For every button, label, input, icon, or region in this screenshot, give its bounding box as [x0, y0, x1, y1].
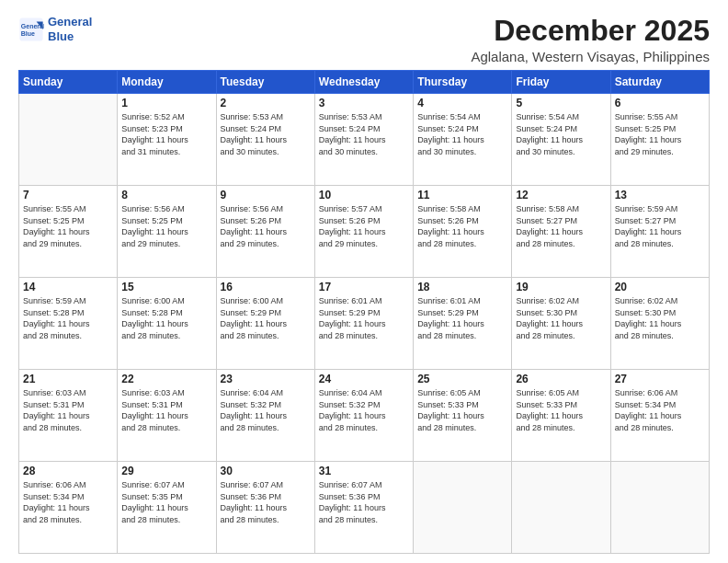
calendar-header-wednesday: Wednesday: [314, 71, 413, 94]
calendar-week-row: 1Sunrise: 5:52 AM Sunset: 5:23 PM Daylig…: [19, 94, 710, 186]
day-info: Sunrise: 6:04 AM Sunset: 5:32 PM Dayligh…: [319, 387, 409, 433]
day-info: Sunrise: 6:05 AM Sunset: 5:33 PM Dayligh…: [417, 387, 507, 433]
day-number: 6: [615, 97, 705, 109]
calendar-cell: 23Sunrise: 6:04 AM Sunset: 5:32 PM Dayli…: [216, 370, 314, 462]
day-info: Sunrise: 6:06 AM Sunset: 5:34 PM Dayligh…: [23, 479, 113, 525]
day-number: 9: [221, 189, 311, 201]
calendar-cell: 1Sunrise: 5:52 AM Sunset: 5:23 PM Daylig…: [118, 94, 216, 186]
calendar-week-row: 7Sunrise: 5:55 AM Sunset: 5:25 PM Daylig…: [19, 186, 710, 278]
day-number: 13: [615, 189, 705, 201]
day-number: 16: [221, 281, 311, 293]
logo-text-line1: General: [48, 15, 92, 29]
svg-rect-0: [19, 17, 42, 40]
day-info: Sunrise: 6:00 AM Sunset: 5:29 PM Dayligh…: [221, 295, 311, 341]
calendar-header-row: SundayMondayTuesdayWednesdayThursdayFrid…: [19, 71, 710, 94]
day-info: Sunrise: 5:59 AM Sunset: 5:28 PM Dayligh…: [23, 295, 113, 341]
logo-text-line2: Blue: [48, 29, 92, 44]
day-info: Sunrise: 5:58 AM Sunset: 5:27 PM Dayligh…: [516, 203, 606, 249]
day-number: 23: [221, 373, 311, 385]
calendar-cell: 25Sunrise: 6:05 AM Sunset: 5:33 PM Dayli…: [414, 370, 512, 462]
day-number: 30: [221, 465, 311, 477]
day-info: Sunrise: 5:54 AM Sunset: 5:24 PM Dayligh…: [516, 111, 606, 157]
calendar-cell: 12Sunrise: 5:58 AM Sunset: 5:27 PM Dayli…: [512, 186, 610, 278]
day-number: 21: [23, 373, 113, 385]
calendar-cell: 2Sunrise: 5:53 AM Sunset: 5:24 PM Daylig…: [216, 94, 314, 186]
day-number: 2: [221, 97, 311, 109]
calendar-cell: 21Sunrise: 6:03 AM Sunset: 5:31 PM Dayli…: [19, 370, 118, 462]
calendar-cell: 8Sunrise: 5:56 AM Sunset: 5:25 PM Daylig…: [118, 186, 216, 278]
calendar-cell: 18Sunrise: 6:01 AM Sunset: 5:29 PM Dayli…: [414, 278, 512, 370]
calendar-cell: 29Sunrise: 6:07 AM Sunset: 5:35 PM Dayli…: [118, 462, 216, 554]
day-number: 24: [319, 373, 409, 385]
day-info: Sunrise: 6:07 AM Sunset: 5:36 PM Dayligh…: [221, 479, 311, 525]
month-title: December 2025: [471, 15, 710, 47]
day-number: 11: [417, 189, 507, 201]
day-number: 28: [23, 465, 113, 477]
day-number: 20: [615, 281, 705, 293]
calendar-cell: 31Sunrise: 6:07 AM Sunset: 5:36 PM Dayli…: [314, 462, 413, 554]
calendar-cell: 4Sunrise: 5:54 AM Sunset: 5:24 PM Daylig…: [414, 94, 512, 186]
day-info: Sunrise: 5:53 AM Sunset: 5:24 PM Dayligh…: [221, 111, 311, 157]
calendar-cell: 27Sunrise: 6:06 AM Sunset: 5:34 PM Dayli…: [610, 370, 709, 462]
day-info: Sunrise: 5:54 AM Sunset: 5:24 PM Dayligh…: [417, 111, 507, 157]
location-title: Aglalana, Western Visayas, Philippines: [471, 49, 710, 64]
calendar-cell: 28Sunrise: 6:06 AM Sunset: 5:34 PM Dayli…: [19, 462, 118, 554]
calendar-cell: 13Sunrise: 5:59 AM Sunset: 5:27 PM Dayli…: [610, 186, 709, 278]
day-number: 25: [417, 373, 507, 385]
calendar-cell: 3Sunrise: 5:53 AM Sunset: 5:24 PM Daylig…: [314, 94, 413, 186]
calendar-week-row: 28Sunrise: 6:06 AM Sunset: 5:34 PM Dayli…: [19, 462, 710, 554]
day-number: 27: [615, 373, 705, 385]
page: General Blue General Blue December 2025 …: [0, 0, 728, 563]
day-number: 8: [121, 189, 211, 201]
day-info: Sunrise: 6:05 AM Sunset: 5:33 PM Dayligh…: [516, 387, 606, 433]
day-info: Sunrise: 5:55 AM Sunset: 5:25 PM Dayligh…: [23, 203, 113, 249]
calendar-table: SundayMondayTuesdayWednesdayThursdayFrid…: [18, 70, 710, 554]
day-number: 12: [516, 189, 606, 201]
day-info: Sunrise: 5:58 AM Sunset: 5:26 PM Dayligh…: [417, 203, 507, 249]
day-number: 3: [319, 97, 409, 109]
calendar-cell: 30Sunrise: 6:07 AM Sunset: 5:36 PM Dayli…: [216, 462, 314, 554]
day-number: 18: [417, 281, 507, 293]
calendar-cell: 26Sunrise: 6:05 AM Sunset: 5:33 PM Dayli…: [512, 370, 610, 462]
day-number: 5: [516, 97, 606, 109]
day-number: 26: [516, 373, 606, 385]
day-info: Sunrise: 5:53 AM Sunset: 5:24 PM Dayligh…: [319, 111, 409, 157]
calendar-header-thursday: Thursday: [414, 71, 512, 94]
day-info: Sunrise: 6:06 AM Sunset: 5:34 PM Dayligh…: [615, 387, 705, 433]
day-number: 1: [121, 97, 211, 109]
day-info: Sunrise: 6:02 AM Sunset: 5:30 PM Dayligh…: [516, 295, 606, 341]
logo: General Blue General Blue: [18, 15, 92, 43]
logo-icon: General Blue: [18, 17, 44, 42]
day-info: Sunrise: 5:56 AM Sunset: 5:26 PM Dayligh…: [221, 203, 311, 249]
day-info: Sunrise: 5:52 AM Sunset: 5:23 PM Dayligh…: [121, 111, 211, 157]
day-info: Sunrise: 5:59 AM Sunset: 5:27 PM Dayligh…: [615, 203, 705, 249]
calendar-cell: 22Sunrise: 6:03 AM Sunset: 5:31 PM Dayli…: [118, 370, 216, 462]
calendar-cell: 11Sunrise: 5:58 AM Sunset: 5:26 PM Dayli…: [414, 186, 512, 278]
day-number: 22: [121, 373, 211, 385]
calendar-cell: 7Sunrise: 5:55 AM Sunset: 5:25 PM Daylig…: [19, 186, 118, 278]
day-info: Sunrise: 6:07 AM Sunset: 5:36 PM Dayligh…: [319, 479, 409, 525]
calendar-cell: [512, 462, 610, 554]
calendar-cell: 14Sunrise: 5:59 AM Sunset: 5:28 PM Dayli…: [19, 278, 118, 370]
day-info: Sunrise: 6:03 AM Sunset: 5:31 PM Dayligh…: [121, 387, 211, 433]
calendar-header-tuesday: Tuesday: [216, 71, 314, 94]
day-info: Sunrise: 6:01 AM Sunset: 5:29 PM Dayligh…: [417, 295, 507, 341]
calendar-week-row: 14Sunrise: 5:59 AM Sunset: 5:28 PM Dayli…: [19, 278, 710, 370]
day-number: 15: [121, 281, 211, 293]
day-info: Sunrise: 5:56 AM Sunset: 5:25 PM Dayligh…: [121, 203, 211, 249]
calendar-cell: 20Sunrise: 6:02 AM Sunset: 5:30 PM Dayli…: [610, 278, 709, 370]
day-info: Sunrise: 5:57 AM Sunset: 5:26 PM Dayligh…: [319, 203, 409, 249]
svg-text:Blue: Blue: [21, 30, 35, 37]
calendar-header-sunday: Sunday: [19, 71, 118, 94]
calendar-header-saturday: Saturday: [610, 71, 709, 94]
calendar-cell: 24Sunrise: 6:04 AM Sunset: 5:32 PM Dayli…: [314, 370, 413, 462]
day-number: 10: [319, 189, 409, 201]
calendar-cell: [414, 462, 512, 554]
day-number: 19: [516, 281, 606, 293]
day-info: Sunrise: 6:00 AM Sunset: 5:28 PM Dayligh…: [121, 295, 211, 341]
day-info: Sunrise: 6:01 AM Sunset: 5:29 PM Dayligh…: [319, 295, 409, 341]
calendar-cell: 9Sunrise: 5:56 AM Sunset: 5:26 PM Daylig…: [216, 186, 314, 278]
calendar-cell: [19, 94, 118, 186]
calendar-cell: [610, 462, 709, 554]
calendar-cell: 10Sunrise: 5:57 AM Sunset: 5:26 PM Dayli…: [314, 186, 413, 278]
